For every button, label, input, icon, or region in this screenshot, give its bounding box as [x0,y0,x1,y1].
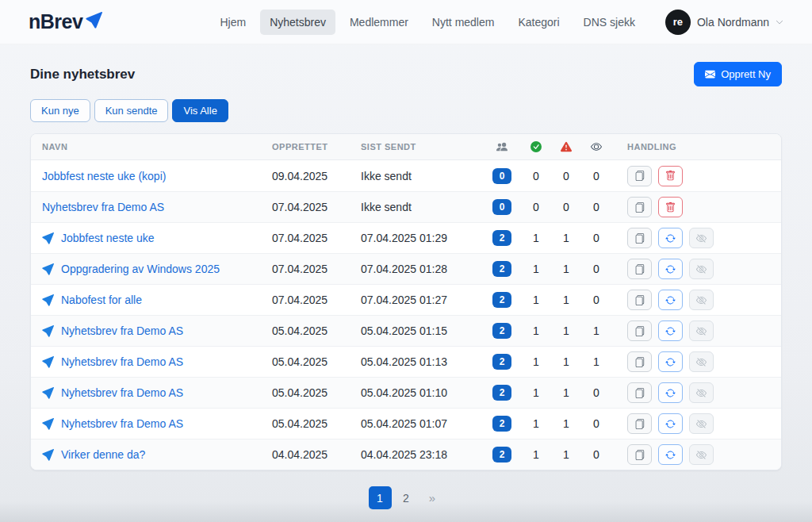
table-header-row: NAVN OPPRETTET SIST SENDT HANDLING [31,134,781,160]
newsletter-link[interactable]: Virker denne da? [61,448,145,461]
eye-off-button[interactable] [689,382,714,403]
user-menu[interactable]: re Ola Nordmann [665,10,783,35]
nav-item-dns-sjekk[interactable]: DNS sjekk [574,10,645,35]
copy-button[interactable] [627,259,652,279]
filter-vis-alle[interactable]: Vis Alle [172,99,228,122]
copy-button[interactable] [627,413,652,434]
copy-button[interactable] [627,166,652,186]
copy-button[interactable] [627,228,652,248]
newsletter-link[interactable]: Nyhetsbrev fra Demo AS [61,355,183,368]
resend-button[interactable] [658,382,683,403]
failed-count: 1 [551,324,581,337]
views-count: 0 [581,386,611,399]
recipients-cell: 2 [483,385,521,401]
filter-kun-sendte[interactable]: Kun sendte [94,99,169,122]
delete-button[interactable] [658,197,683,217]
failed-count: 1 [551,386,581,399]
recipients-badge: 2 [492,447,512,463]
newsletter-table: NAVN OPPRETTET SIST SENDT HANDLING Jobbf… [30,133,782,470]
newsletter-link[interactable]: Nyhetsbrev fra Demo AS [61,417,183,430]
name-cell: Nyhetsbrev fra Demo AS [31,386,261,399]
newsletter-link[interactable]: Nyhetsbrev fra Demo AS [61,386,183,399]
header-name: NAVN [31,142,261,152]
newsletter-link[interactable]: Jobbfest neste uke (kopi) [42,170,166,182]
copy-button[interactable] [627,382,652,403]
actions-cell [611,259,781,279]
copy-button[interactable] [627,444,652,465]
nav-item-medlemmer[interactable]: Medlemmer [340,10,418,35]
created-cell: 05.04.2025 [261,417,350,430]
resend-button[interactable] [658,290,683,310]
success-count: 1 [521,263,551,275]
user-name: Ola Nordmann [697,16,769,29]
table-row: Nabofest for alle07.04.202507.04.2025 01… [31,284,781,315]
eye-off-button[interactable] [689,444,714,465]
nav-item-nyhetsbrev[interactable]: Nyhetsbrev [260,10,335,35]
resend-button[interactable] [658,413,683,434]
nav-item-nytt-medlem[interactable]: Nytt medlem [423,10,504,35]
create-new-button[interactable]: Opprett Ny [694,62,782,86]
copy-button[interactable] [627,290,652,310]
eye-off-button[interactable] [689,259,714,279]
table-row: Nyhetsbrev fra Demo AS07.04.2025Ikke sen… [31,191,781,222]
top-navbar: nBrev HjemNyhetsbrevMedlemmerNytt medlem… [0,0,812,44]
brand-logo[interactable]: nBrev [29,10,102,33]
eye-off-button[interactable] [689,351,714,372]
success-count: 1 [521,294,551,306]
table-row: Nyhetsbrev fra Demo AS05.04.202505.04.20… [31,377,781,408]
actions-cell [611,228,781,248]
header-created: OPPRETTET [261,142,350,152]
next-page-button[interactable]: » [421,486,444,509]
success-count: 1 [521,386,551,399]
eye-off-button[interactable] [689,320,714,341]
actions-cell [611,166,781,186]
copy-button[interactable] [627,351,652,372]
resend-button[interactable] [658,228,683,248]
nav-item-hjem[interactable]: Hjem [210,10,255,35]
actions-cell [611,197,781,217]
failed-count: 1 [551,294,581,306]
last-sent-cell: 04.04.2025 23:18 [350,448,483,461]
header-last-sent: SIST SENDT [350,142,483,152]
page-2[interactable]: 2 [395,486,418,509]
newsletter-link[interactable]: Oppgradering av Windows 2025 [61,263,220,275]
newsletter-link[interactable]: Nyhetsbrev fra Demo AS [42,201,164,213]
copy-button[interactable] [627,197,652,217]
table-row: Nyhetsbrev fra Demo AS05.04.202505.04.20… [31,346,781,377]
views-count: 0 [581,201,611,213]
created-cell: 05.04.2025 [261,386,350,399]
table-row: Jobbfest neste uke07.04.202507.04.2025 0… [31,222,781,253]
resend-button[interactable] [658,259,683,279]
views-count: 1 [581,324,611,337]
views-count: 0 [581,170,611,182]
newsletter-link[interactable]: Nabofest for alle [61,294,142,306]
actions-cell [611,290,781,310]
views-count: 0 [581,294,611,306]
resend-button[interactable] [658,351,683,372]
filter-kun-nye[interactable]: Kun nye [30,99,90,122]
nav-item-kategori[interactable]: Kategori [508,10,569,35]
last-sent-cell: 05.04.2025 01:07 [350,417,483,430]
resend-button[interactable] [658,320,683,341]
recipients-cell: 2 [483,447,521,463]
newsletter-link[interactable]: Jobbfest neste uke [61,232,155,244]
copy-button[interactable] [627,320,652,341]
eye-off-button[interactable] [689,413,714,434]
eye-off-button[interactable] [689,290,714,310]
page-1[interactable]: 1 [369,486,392,509]
recipients-cell: 0 [483,199,521,215]
resend-button[interactable] [658,444,683,465]
name-cell: Nyhetsbrev fra Demo AS [31,355,261,368]
views-count: 1 [581,355,611,368]
sent-paper-plane-icon [42,356,61,368]
table-body: Jobbfest neste uke (kopi)09.04.2025Ikke … [31,160,781,470]
newsletter-link[interactable]: Nyhetsbrev fra Demo AS [61,324,183,337]
chevron-down-icon [776,18,783,26]
success-count: 1 [521,232,551,244]
actions-cell [611,444,781,465]
table-row: Jobbfest neste uke (kopi)09.04.2025Ikke … [31,160,781,191]
paper-plane-logo-icon [86,10,102,29]
eye-off-button[interactable] [689,228,714,248]
delete-button[interactable] [658,166,683,186]
sent-paper-plane-icon [42,325,61,337]
